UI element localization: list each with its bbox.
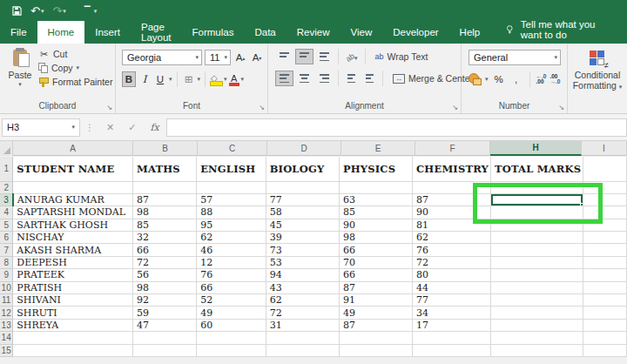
cell-C4[interactable]: 88 — [197, 206, 266, 219]
cell-F13[interactable]: 17 — [413, 319, 491, 331]
row-header-14[interactable]: 14 — [0, 332, 13, 344]
cell-F2[interactable] — [413, 181, 491, 193]
cell-E9[interactable]: 66 — [339, 269, 412, 281]
cell-A3[interactable]: ANURAG KUMAR — [13, 193, 133, 206]
row-header-4[interactable]: 4 — [0, 206, 13, 219]
cell-C10[interactable]: 66 — [197, 281, 266, 293]
cell-D4[interactable]: 58 — [266, 206, 339, 219]
cell-D8[interactable]: 53 — [266, 256, 339, 268]
cell-I5[interactable] — [583, 219, 627, 231]
tab-review[interactable]: Review — [287, 21, 340, 44]
fill-color-dropdown-icon[interactable]: ▾ — [224, 76, 227, 83]
align-middle-button[interactable] — [295, 49, 314, 64]
paste-dropdown-icon[interactable]: ▾ — [18, 81, 22, 88]
font-size-combo[interactable]: 11▾ — [205, 50, 231, 65]
cell-A10[interactable]: PRATISH — [13, 281, 133, 293]
copy-button[interactable]: Copy▾ — [38, 63, 112, 73]
cell-A9[interactable]: PRATEEK — [13, 269, 133, 281]
cell-A13[interactable]: SHREYA — [13, 319, 133, 331]
cell-D13[interactable]: 31 — [266, 319, 339, 331]
cell-B15[interactable] — [133, 344, 197, 356]
column-header-C[interactable]: C — [198, 141, 267, 156]
cell-F15[interactable] — [413, 344, 491, 356]
cell-A8[interactable]: DEEPESH — [13, 256, 133, 268]
cell-C15[interactable] — [197, 344, 266, 356]
enter-icon[interactable]: ✓ — [121, 122, 143, 133]
cell-H8[interactable] — [490, 256, 583, 268]
cell-B8[interactable]: 72 — [133, 256, 197, 268]
cell-C5[interactable]: 95 — [197, 219, 266, 231]
column-header-F[interactable]: F — [415, 141, 490, 156]
tab-page-layout[interactable]: Page Layout — [131, 21, 182, 44]
orientation-button[interactable]: ab▾ — [343, 49, 361, 64]
borders-button[interactable]: ⊞ — [182, 71, 196, 87]
column-header-E[interactable]: E — [341, 141, 415, 156]
row-header-10[interactable]: 10 — [0, 281, 13, 293]
insert-function-icon[interactable]: fx — [143, 122, 165, 133]
cell-A6[interactable]: NISCHAY — [13, 232, 133, 244]
cell-A4[interactable]: SAPTARSHI MONDAL — [13, 206, 133, 219]
column-header-B[interactable]: B — [133, 141, 198, 156]
cell-E3[interactable]: 63 — [339, 193, 412, 206]
format-painter-button[interactable]: Format Painter — [38, 77, 112, 87]
cell-B7[interactable]: 66 — [133, 244, 197, 256]
cell-F10[interactable]: 44 — [413, 281, 491, 293]
cell-B14[interactable] — [133, 332, 197, 344]
customize-qat-icon[interactable]: ▔ — [84, 7, 91, 15]
cell-F8[interactable]: 72 — [413, 256, 491, 268]
tab-developer[interactable]: Developer — [382, 21, 448, 44]
cell-H9[interactable] — [490, 269, 583, 281]
cell-D15[interactable] — [266, 344, 339, 356]
tab-insert[interactable]: Insert — [84, 21, 131, 44]
qat-dropdown-icon[interactable]: ▾ — [94, 8, 98, 14]
cell-I1[interactable] — [583, 157, 627, 181]
cell-E1[interactable]: PHYSICS — [339, 157, 412, 181]
cell-D11[interactable]: 62 — [266, 294, 339, 307]
decrease-font-button[interactable]: A — [250, 50, 264, 65]
cell-A7[interactable]: AKASH SHARMA — [13, 244, 133, 256]
cell-D14[interactable] — [266, 332, 339, 344]
cell-D9[interactable]: 94 — [266, 269, 339, 281]
cell-H6[interactable] — [490, 232, 583, 244]
cell-I11[interactable] — [583, 294, 627, 307]
row-header-15[interactable]: 15 — [0, 344, 13, 356]
save-icon[interactable] — [12, 6, 22, 16]
cell-E2[interactable] — [339, 181, 412, 193]
cell-D1[interactable]: BIOLOGY — [266, 157, 339, 181]
tab-home[interactable]: Home — [37, 21, 85, 44]
cell-E6[interactable]: 98 — [339, 232, 412, 244]
cell-A12[interactable]: SHRUTI — [13, 307, 133, 319]
cell-C7[interactable]: 46 — [197, 244, 266, 256]
cell-C1[interactable]: ENGLISH — [197, 157, 266, 181]
cell-B1[interactable]: MATHS — [133, 157, 197, 181]
number-dialog-launcher-icon[interactable]: ↘ — [558, 104, 564, 111]
cell-A2[interactable] — [13, 181, 133, 193]
cell-E10[interactable]: 87 — [339, 281, 412, 293]
cell-C13[interactable]: 60 — [197, 319, 266, 331]
cell-D12[interactable]: 72 — [266, 307, 339, 319]
paste-button[interactable]: Paste ▾ — [5, 48, 35, 102]
font-color-dropdown-icon[interactable]: ▾ — [241, 76, 245, 83]
name-box[interactable]: H3▾ — [2, 118, 80, 137]
row-header-6[interactable]: 6 — [0, 232, 13, 244]
cell-C12[interactable]: 49 — [197, 307, 266, 319]
row-header-1[interactable]: 1 — [0, 157, 13, 181]
row-header-11[interactable]: 11 — [0, 294, 13, 307]
accounting-dropdown-icon[interactable]: ▾ — [485, 76, 489, 83]
row-header-5[interactable]: 5 — [0, 219, 13, 231]
cell-B6[interactable]: 32 — [133, 232, 197, 244]
cell-F6[interactable]: 62 — [413, 232, 491, 244]
cell-E11[interactable]: 91 — [339, 294, 412, 307]
row-header-7[interactable]: 7 — [0, 244, 13, 256]
cell-H13[interactable] — [490, 319, 583, 331]
cell-E8[interactable]: 70 — [339, 256, 412, 268]
cell-F14[interactable] — [413, 332, 491, 344]
row-header-8[interactable]: 8 — [0, 256, 13, 268]
cell-B4[interactable]: 98 — [133, 206, 197, 219]
cell-C9[interactable]: 76 — [197, 269, 266, 281]
tab-data[interactable]: Data — [244, 21, 286, 44]
cell-F4[interactable]: 90 — [413, 206, 491, 219]
tab-view[interactable]: View — [340, 21, 382, 44]
row-header-13[interactable]: 13 — [0, 319, 13, 331]
column-header-A[interactable]: A — [13, 141, 133, 156]
